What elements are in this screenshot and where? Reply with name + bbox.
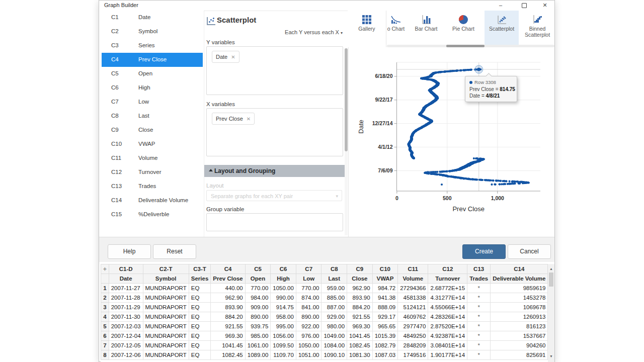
close-button[interactable]: ✕ <box>537 1 552 10</box>
table-cell[interactable]: 1050.00 <box>271 284 296 293</box>
table-cell[interactable]: 4609762 <box>398 312 428 322</box>
table-cell[interactable]: 1050.00 <box>296 341 321 350</box>
table-cell[interactable]: 939.75 <box>245 322 271 331</box>
group-variable-box[interactable] <box>206 213 343 231</box>
table-cell[interactable]: 2007-12-05 <box>109 341 143 350</box>
table-cell[interactable]: 1081.30 <box>347 350 373 360</box>
table-cell[interactable]: 1089.00 <box>245 350 271 360</box>
column-name-header[interactable]: Last <box>321 274 347 284</box>
table-cell[interactable]: 1453278 <box>491 293 548 303</box>
row-number[interactable]: 1 <box>101 284 109 293</box>
column-name-header[interactable]: VWAP <box>372 274 398 284</box>
row-number[interactable]: 7 <box>101 341 109 350</box>
column-item-C13[interactable]: C13Trades <box>102 179 203 194</box>
scatter-plot[interactable]: 6/18/209/22/1712/27/144/1/127/6/0905001,… <box>348 48 555 239</box>
table-cell[interactable]: 885.00 <box>321 293 347 303</box>
maximize-button[interactable] <box>517 1 532 10</box>
column-id-header[interactable]: C11 <box>398 264 428 274</box>
table-cell[interactable]: EQ <box>189 284 211 293</box>
table-cell[interactable]: MUNDRAPORT <box>143 350 189 360</box>
table-cell[interactable]: 941.38 <box>372 293 398 303</box>
table-cell[interactable]: 3.08401E+14 <box>428 341 467 350</box>
table-cell[interactable]: 770.00 <box>245 284 271 293</box>
column-name-header[interactable]: Deliverable Volume <box>491 274 548 284</box>
variable-chip[interactable]: Prev Close✕ <box>212 113 255 125</box>
help-button[interactable]: Help <box>108 244 151 259</box>
column-name-header[interactable]: Turnover <box>428 274 467 284</box>
table-cell[interactable]: 1082.79 <box>372 341 398 350</box>
row-number[interactable]: 2 <box>101 293 109 303</box>
table-cell[interactable]: * <box>467 293 491 303</box>
table-cell[interactable]: 816123 <box>491 322 548 331</box>
table-cell[interactable]: 890.00 <box>296 312 321 322</box>
table-cell[interactable]: 893.90 <box>347 293 373 303</box>
column-id-header[interactable]: C5 <box>245 264 271 274</box>
table-cell[interactable]: 962.90 <box>347 284 373 293</box>
table-cell[interactable]: EQ <box>189 303 211 312</box>
table-cell[interactable]: * <box>467 331 491 341</box>
layout-select[interactable]: Separate graphs for each XY pair ▾ <box>206 190 342 201</box>
table-cell[interactable]: 887.00 <box>321 303 347 312</box>
table-cell[interactable]: 1049.00 <box>321 331 347 341</box>
table-cell[interactable]: 874.00 <box>296 293 321 303</box>
table-cell[interactable]: 921.55 <box>211 322 245 331</box>
row-number[interactable]: 8 <box>101 350 109 360</box>
table-cell[interactable]: 1082.45 <box>347 341 373 350</box>
table-cell[interactable]: 4.28326E+14 <box>428 312 467 322</box>
column-name-header[interactable]: Low <box>296 274 321 284</box>
table-cell[interactable]: 9859619 <box>491 284 548 293</box>
table-cell[interactable]: 969.30 <box>347 322 373 331</box>
minimize-button[interactable]: – <box>493 1 508 10</box>
column-item-C7[interactable]: C7Low <box>102 95 203 109</box>
column-item-C12[interactable]: C12Turnover <box>102 165 203 179</box>
table-cell[interactable]: 1.90177E+14 <box>428 350 467 360</box>
table-cell[interactable]: 2007-12-04 <box>109 331 143 341</box>
gallery-item-pie-chart[interactable]: Pie Chart <box>445 11 481 47</box>
table-cell[interactable]: 1749516 <box>398 350 428 360</box>
reset-button[interactable]: Reset <box>153 244 196 259</box>
column-id-header[interactable]: C3-T <box>189 264 211 274</box>
table-cell[interactable]: 884.20 <box>211 312 245 322</box>
column-item-C6[interactable]: C6High <box>102 81 203 95</box>
table-cell[interactable]: 980.00 <box>321 322 347 331</box>
table-cell[interactable]: 959.00 <box>321 284 347 293</box>
table-cell[interactable]: 1041.45 <box>347 331 373 341</box>
settings-scrollbar[interactable] <box>345 48 348 235</box>
table-cell[interactable]: 922.00 <box>296 322 321 331</box>
table-cell[interactable]: 4.55066E+14 <box>428 303 467 312</box>
table-cell[interactable]: EQ <box>189 331 211 341</box>
table-cell[interactable]: 962.90 <box>211 293 245 303</box>
chip-remove-icon[interactable]: ✕ <box>247 116 251 122</box>
table-cell[interactable]: 921.55 <box>347 312 373 322</box>
table-cell[interactable]: 990.00 <box>271 293 296 303</box>
scrollbar-thumb[interactable] <box>345 48 348 151</box>
table-cell[interactable]: 965.65 <box>372 322 398 331</box>
column-name-header[interactable]: Close <box>347 274 373 284</box>
table-cell[interactable]: 2007-11-28 <box>109 293 143 303</box>
table-cell[interactable]: 2007-11-29 <box>109 303 143 312</box>
table-cell[interactable]: 969.30 <box>211 331 245 341</box>
table-cell[interactable]: MUNDRAPORT <box>143 322 189 331</box>
table-cell[interactable]: 5124121 <box>398 303 428 312</box>
column-name-header[interactable]: Volume <box>398 274 428 284</box>
column-id-header[interactable]: C12 <box>428 264 467 274</box>
column-id-header[interactable]: C6 <box>271 264 296 274</box>
chip-remove-icon[interactable]: ✕ <box>231 54 235 60</box>
table-cell[interactable]: 841.00 <box>296 303 321 312</box>
table-cell[interactable]: 958.00 <box>271 312 296 322</box>
table-cell[interactable]: 4.92387E+14 <box>428 331 467 341</box>
column-id-header[interactable]: C13 <box>467 264 491 274</box>
column-name-header[interactable]: Date <box>109 274 143 284</box>
column-item-C10[interactable]: C10VWAP <box>102 137 203 151</box>
gallery-scrollbar-thumb[interactable] <box>446 45 485 47</box>
table-cell[interactable]: MUNDRAPORT <box>143 312 189 322</box>
variable-chip[interactable]: Date✕ <box>212 51 239 63</box>
table-scrollbar-thumb[interactable] <box>549 273 553 287</box>
column-item-C9[interactable]: C9Close <box>102 123 203 137</box>
column-item-C5[interactable]: C5Open <box>102 67 203 81</box>
column-id-header[interactable]: C8 <box>321 264 347 274</box>
row-number[interactable]: 3 <box>101 303 109 312</box>
table-cell[interactable]: 984.72 <box>372 284 398 293</box>
column-id-header[interactable]: C10 <box>372 264 398 274</box>
table-cell[interactable]: 4.31277E+14 <box>428 293 467 303</box>
